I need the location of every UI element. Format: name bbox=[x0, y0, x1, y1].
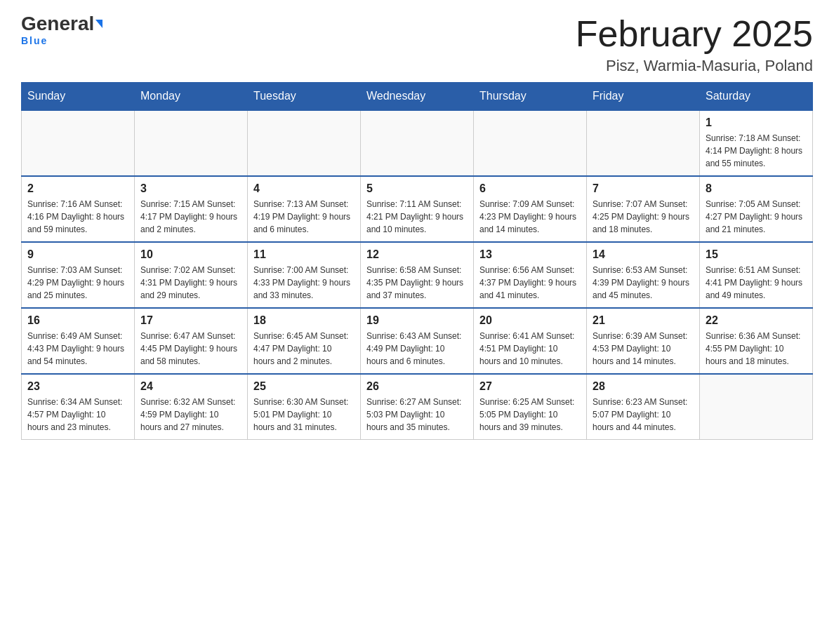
cell-week0-day3 bbox=[361, 110, 474, 176]
day-info: Sunrise: 7:18 AM Sunset: 4:14 PM Dayligh… bbox=[706, 132, 807, 170]
day-number: 15 bbox=[706, 248, 807, 261]
day-number: 11 bbox=[253, 248, 355, 261]
cell-week0-day2 bbox=[248, 110, 361, 176]
day-info: Sunrise: 7:07 AM Sunset: 4:25 PM Dayligh… bbox=[593, 198, 694, 236]
day-number: 16 bbox=[27, 314, 128, 327]
day-info: Sunrise: 6:47 AM Sunset: 4:45 PM Dayligh… bbox=[140, 330, 241, 368]
cell-week1-day0: 2Sunrise: 7:16 AM Sunset: 4:16 PM Daylig… bbox=[22, 176, 135, 242]
day-info: Sunrise: 6:49 AM Sunset: 4:43 PM Dayligh… bbox=[27, 330, 128, 368]
cell-week2-day5: 14Sunrise: 6:53 AM Sunset: 4:39 PM Dayli… bbox=[587, 242, 700, 308]
day-number: 4 bbox=[253, 182, 355, 195]
day-number: 9 bbox=[27, 248, 128, 261]
day-info: Sunrise: 7:03 AM Sunset: 4:29 PM Dayligh… bbox=[27, 264, 128, 302]
calendar-table: Sunday Monday Tuesday Wednesday Thursday… bbox=[21, 82, 813, 440]
day-number: 20 bbox=[479, 314, 581, 327]
day-info: Sunrise: 7:02 AM Sunset: 4:31 PM Dayligh… bbox=[140, 264, 241, 302]
day-number: 22 bbox=[706, 314, 807, 327]
day-info: Sunrise: 7:11 AM Sunset: 4:21 PM Dayligh… bbox=[366, 198, 468, 236]
day-number: 28 bbox=[593, 380, 694, 393]
cell-week1-day6: 8Sunrise: 7:05 AM Sunset: 4:27 PM Daylig… bbox=[700, 176, 813, 242]
cell-week0-day5 bbox=[587, 110, 700, 176]
col-friday: Friday bbox=[587, 83, 700, 111]
week-row-4: 23Sunrise: 6:34 AM Sunset: 4:57 PM Dayli… bbox=[22, 374, 813, 440]
day-info: Sunrise: 6:39 AM Sunset: 4:53 PM Dayligh… bbox=[593, 330, 694, 368]
cell-week4-day4: 27Sunrise: 6:25 AM Sunset: 5:05 PM Dayli… bbox=[474, 374, 587, 440]
week-row-0: 1Sunrise: 7:18 AM Sunset: 4:14 PM Daylig… bbox=[22, 110, 813, 176]
logo-arrow-icon bbox=[95, 20, 102, 28]
day-info: Sunrise: 6:30 AM Sunset: 5:01 PM Dayligh… bbox=[253, 396, 355, 434]
col-monday: Monday bbox=[135, 83, 248, 111]
day-info: Sunrise: 6:45 AM Sunset: 4:47 PM Dayligh… bbox=[253, 330, 355, 368]
day-number: 19 bbox=[366, 314, 468, 327]
day-number: 3 bbox=[140, 182, 241, 195]
cell-week3-day5: 21Sunrise: 6:39 AM Sunset: 4:53 PM Dayli… bbox=[587, 308, 700, 374]
day-info: Sunrise: 6:36 AM Sunset: 4:55 PM Dayligh… bbox=[706, 330, 807, 368]
cell-week3-day4: 20Sunrise: 6:41 AM Sunset: 4:51 PM Dayli… bbox=[474, 308, 587, 374]
cell-week2-day2: 11Sunrise: 7:00 AM Sunset: 4:33 PM Dayli… bbox=[248, 242, 361, 308]
cell-week2-day4: 13Sunrise: 6:56 AM Sunset: 4:37 PM Dayli… bbox=[474, 242, 587, 308]
day-number: 14 bbox=[593, 248, 694, 261]
day-info: Sunrise: 6:32 AM Sunset: 4:59 PM Dayligh… bbox=[140, 396, 241, 434]
day-number: 6 bbox=[479, 182, 581, 195]
day-info: Sunrise: 7:13 AM Sunset: 4:19 PM Dayligh… bbox=[253, 198, 355, 236]
day-number: 13 bbox=[479, 248, 581, 261]
day-info: Sunrise: 7:15 AM Sunset: 4:17 PM Dayligh… bbox=[140, 198, 241, 236]
cell-week0-day1 bbox=[135, 110, 248, 176]
week-row-2: 9Sunrise: 7:03 AM Sunset: 4:29 PM Daylig… bbox=[22, 242, 813, 308]
cell-week3-day0: 16Sunrise: 6:49 AM Sunset: 4:43 PM Dayli… bbox=[22, 308, 135, 374]
day-number: 21 bbox=[593, 314, 694, 327]
cell-week0-day0 bbox=[22, 110, 135, 176]
cell-week2-day0: 9Sunrise: 7:03 AM Sunset: 4:29 PM Daylig… bbox=[22, 242, 135, 308]
logo-general: General bbox=[21, 14, 94, 34]
calendar-subtitle: Pisz, Warmia-Masuria, Poland bbox=[576, 57, 813, 75]
day-info: Sunrise: 6:56 AM Sunset: 4:37 PM Dayligh… bbox=[479, 264, 581, 302]
cell-week2-day3: 12Sunrise: 6:58 AM Sunset: 4:35 PM Dayli… bbox=[361, 242, 474, 308]
day-number: 25 bbox=[253, 380, 355, 393]
day-info: Sunrise: 6:23 AM Sunset: 5:07 PM Dayligh… bbox=[593, 396, 694, 434]
cell-week3-day3: 19Sunrise: 6:43 AM Sunset: 4:49 PM Dayli… bbox=[361, 308, 474, 374]
day-info: Sunrise: 6:51 AM Sunset: 4:41 PM Dayligh… bbox=[706, 264, 807, 302]
calendar-header-row: Sunday Monday Tuesday Wednesday Thursday… bbox=[22, 83, 813, 111]
week-row-3: 16Sunrise: 6:49 AM Sunset: 4:43 PM Dayli… bbox=[22, 308, 813, 374]
col-saturday: Saturday bbox=[700, 83, 813, 111]
day-info: Sunrise: 7:00 AM Sunset: 4:33 PM Dayligh… bbox=[253, 264, 355, 302]
cell-week3-day2: 18Sunrise: 6:45 AM Sunset: 4:47 PM Dayli… bbox=[248, 308, 361, 374]
cell-week4-day5: 28Sunrise: 6:23 AM Sunset: 5:07 PM Dayli… bbox=[587, 374, 700, 440]
calendar-title: February 2025 bbox=[576, 14, 813, 54]
cell-week4-day3: 26Sunrise: 6:27 AM Sunset: 5:03 PM Dayli… bbox=[361, 374, 474, 440]
day-number: 27 bbox=[479, 380, 581, 393]
col-thursday: Thursday bbox=[474, 83, 587, 111]
day-number: 5 bbox=[366, 182, 468, 195]
cell-week0-day6: 1Sunrise: 7:18 AM Sunset: 4:14 PM Daylig… bbox=[700, 110, 813, 176]
cell-week3-day1: 17Sunrise: 6:47 AM Sunset: 4:45 PM Dayli… bbox=[135, 308, 248, 374]
cell-week4-day6 bbox=[700, 374, 813, 440]
cell-week4-day0: 23Sunrise: 6:34 AM Sunset: 4:57 PM Dayli… bbox=[22, 374, 135, 440]
page-header: General Blue February 2025 Pisz, Warmia-… bbox=[21, 14, 813, 75]
cell-week0-day4 bbox=[474, 110, 587, 176]
cell-week1-day2: 4Sunrise: 7:13 AM Sunset: 4:19 PM Daylig… bbox=[248, 176, 361, 242]
day-info: Sunrise: 7:05 AM Sunset: 4:27 PM Dayligh… bbox=[706, 198, 807, 236]
col-wednesday: Wednesday bbox=[361, 83, 474, 111]
cell-week4-day2: 25Sunrise: 6:30 AM Sunset: 5:01 PM Dayli… bbox=[248, 374, 361, 440]
cell-week4-day1: 24Sunrise: 6:32 AM Sunset: 4:59 PM Dayli… bbox=[135, 374, 248, 440]
day-number: 12 bbox=[366, 248, 468, 261]
logo-blue: Blue bbox=[21, 35, 48, 46]
day-number: 24 bbox=[140, 380, 241, 393]
day-info: Sunrise: 6:41 AM Sunset: 4:51 PM Dayligh… bbox=[479, 330, 581, 368]
day-info: Sunrise: 6:43 AM Sunset: 4:49 PM Dayligh… bbox=[366, 330, 468, 368]
day-info: Sunrise: 6:27 AM Sunset: 5:03 PM Dayligh… bbox=[366, 396, 468, 434]
day-number: 8 bbox=[706, 182, 807, 195]
col-tuesday: Tuesday bbox=[248, 83, 361, 111]
cell-week1-day5: 7Sunrise: 7:07 AM Sunset: 4:25 PM Daylig… bbox=[587, 176, 700, 242]
cell-week3-day6: 22Sunrise: 6:36 AM Sunset: 4:55 PM Dayli… bbox=[700, 308, 813, 374]
day-info: Sunrise: 7:16 AM Sunset: 4:16 PM Dayligh… bbox=[27, 198, 128, 236]
title-section: February 2025 Pisz, Warmia-Masuria, Pola… bbox=[576, 14, 813, 75]
cell-week1-day3: 5Sunrise: 7:11 AM Sunset: 4:21 PM Daylig… bbox=[361, 176, 474, 242]
cell-week2-day1: 10Sunrise: 7:02 AM Sunset: 4:31 PM Dayli… bbox=[135, 242, 248, 308]
week-row-1: 2Sunrise: 7:16 AM Sunset: 4:16 PM Daylig… bbox=[22, 176, 813, 242]
logo: General Blue bbox=[21, 14, 102, 46]
day-number: 18 bbox=[253, 314, 355, 327]
day-info: Sunrise: 6:58 AM Sunset: 4:35 PM Dayligh… bbox=[366, 264, 468, 302]
day-number: 2 bbox=[27, 182, 128, 195]
day-number: 17 bbox=[140, 314, 241, 327]
